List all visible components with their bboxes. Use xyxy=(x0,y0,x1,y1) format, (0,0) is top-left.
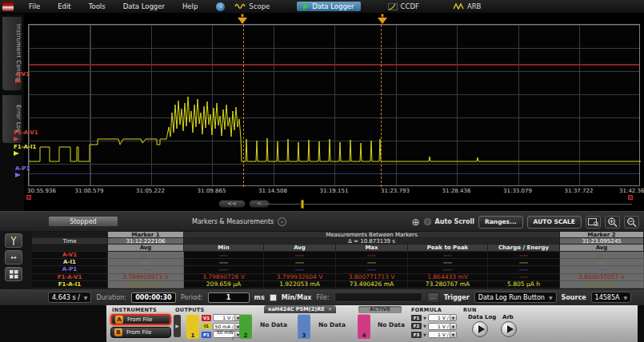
marker1-handle[interactable] xyxy=(238,14,247,24)
measure-arrows-button[interactable]: ↔ xyxy=(5,250,22,264)
tab-scope[interactable]: Scope xyxy=(228,2,276,11)
menu-data-logger[interactable]: Data Logger xyxy=(116,2,172,10)
channel-3-no-data: No Data xyxy=(318,321,346,328)
data-log-run-button[interactable] xyxy=(472,321,488,337)
v1-scale-dropdown[interactable]: 1 V /▼ xyxy=(213,314,242,321)
minmax-checkbox[interactable] xyxy=(270,294,277,301)
trace-label-a-p1[interactable]: A-P1 xyxy=(15,166,30,177)
f1-scale-value: 1 V / xyxy=(429,315,450,320)
data-file-tab[interactable]: eaH424C PSM(2)RE × xyxy=(264,305,336,313)
timebase-dropdown[interactable]: 4.643 s /▼ xyxy=(48,292,91,303)
row-label: A-I1 xyxy=(32,259,108,266)
cell-ptp: ---- xyxy=(408,252,488,259)
x-tick: 31:33.079 xyxy=(503,188,532,194)
instrument-b-button[interactable]: B From File xyxy=(110,327,171,338)
instrument-a-icon: A xyxy=(115,316,123,324)
duration-field[interactable]: 000:00:30 xyxy=(131,292,176,303)
f3-scale-dropdown[interactable]: 1 V /▼ xyxy=(428,331,457,338)
channel-1-voltage-row: V1 1 V /▼ xyxy=(202,314,242,321)
menu-help[interactable]: Help xyxy=(175,2,205,10)
tab-ccdf-label: CCDF xyxy=(401,2,419,10)
cell-charge: ---- xyxy=(488,259,560,266)
file-field[interactable] xyxy=(334,292,422,302)
tab-data-logger-label: Data Logger xyxy=(312,2,354,10)
tab-ccdf[interactable]: CCDF xyxy=(382,2,426,11)
x-axis: 30:55.936 31:00.579 31:05.222 31:09.865 … xyxy=(24,186,644,197)
x-tick: 31:37.722 xyxy=(565,188,594,194)
menu-edit[interactable]: Edit xyxy=(50,2,78,10)
tab-data-logger[interactable]: Data Logger xyxy=(297,2,360,11)
channel-1-bar[interactable]: 1 xyxy=(186,314,199,339)
chevron-down-icon[interactable]: ▼ xyxy=(423,316,426,320)
marker1-header[interactable]: Marker 1 xyxy=(108,232,184,238)
f2-scale-dropdown[interactable]: 1 V /▼ xyxy=(428,323,457,330)
chevron-down-icon[interactable]: ▼ xyxy=(423,332,426,337)
zoom-window-button[interactable] xyxy=(586,216,601,229)
waveform-plot[interactable] xyxy=(28,24,640,186)
instrument-a-button[interactable]: A From File xyxy=(110,314,171,325)
auto-scroll-toggle[interactable] xyxy=(424,218,431,225)
marker2-header[interactable]: Marker 2 xyxy=(560,232,644,238)
auto-scale-button[interactable]: AUTO SCALE xyxy=(527,216,582,229)
browse-button[interactable]: ... xyxy=(427,292,439,303)
marker1-line[interactable] xyxy=(243,25,244,187)
trace-label-f1-a-i1[interactable]: F1-A-I1 xyxy=(14,145,36,156)
channel-2-no-data: No Data xyxy=(260,321,287,328)
col-header-min: Min xyxy=(184,245,264,252)
chevron-down-icon[interactable]: ⌄ xyxy=(278,217,286,226)
zoom-in-button[interactable] xyxy=(605,216,620,229)
menu-tools[interactable]: Tools xyxy=(82,2,113,10)
formula-f1-row: F1▼ 1 V /▼ xyxy=(411,314,457,321)
menu-file[interactable]: File xyxy=(22,2,47,10)
trigger-value: Data Log Run Button xyxy=(478,294,545,301)
trace-label-f1-a-v1[interactable]: F1-A-V1 xyxy=(14,130,38,141)
channel-3-bar[interactable]: 3 xyxy=(298,314,310,339)
ranges-button[interactable]: Ranges... xyxy=(478,216,523,229)
file-label: File: xyxy=(317,294,330,301)
chevron-down-icon[interactable]: ▼ xyxy=(423,324,426,328)
period-unit: ms xyxy=(254,294,265,301)
zoom-out-button[interactable] xyxy=(624,216,639,229)
tab-arb-label: ARB xyxy=(467,2,482,10)
timebase-value: 4.643 s / xyxy=(52,294,80,301)
scroll-thumb[interactable] xyxy=(301,200,304,209)
instruments-expander[interactable]: ▶ xyxy=(174,315,181,337)
row-label: F1-A-V1 xyxy=(32,274,108,281)
x-tick: 31:09.865 xyxy=(198,188,226,194)
marker-tool-button[interactable] xyxy=(5,233,22,248)
arrows-icon: ↔ xyxy=(10,253,17,261)
col-header-peak-to-peak: Peak to Peak xyxy=(408,245,488,252)
minmax-label: Min/Max xyxy=(282,294,312,301)
close-icon[interactable]: × xyxy=(328,306,332,312)
scroll-track[interactable] xyxy=(258,204,632,205)
f1-chip: F1 xyxy=(411,315,422,321)
cell-max: 3.800771713 V xyxy=(336,274,408,281)
arb-run-button[interactable] xyxy=(501,321,517,337)
tab-arb[interactable]: ARB xyxy=(446,2,488,11)
trace-label-a-v1[interactable]: A-V1 xyxy=(15,72,30,83)
trigger-dropdown[interactable]: Data Log Run Button▼ xyxy=(474,292,557,303)
stopped-button[interactable]: Stopped xyxy=(48,216,118,227)
benchvue-data-logger-app: File Edit Tools Data Logger Help i Scope… xyxy=(0,0,644,342)
row-label: F1-A-I1 xyxy=(32,281,108,288)
marker2-line[interactable] xyxy=(381,25,382,187)
pan-icon[interactable]: ⊕ xyxy=(411,217,419,227)
trace-label-text: A-V1 xyxy=(15,71,30,78)
period-field[interactable]: 1 xyxy=(208,292,250,303)
cell-charge: ---- xyxy=(488,274,560,281)
cell-m2: ---- xyxy=(560,259,644,266)
scroll-page-left-button[interactable]: << xyxy=(218,200,246,208)
channel-2-bar[interactable]: 2 xyxy=(239,314,252,339)
info-icon[interactable]: i xyxy=(216,2,225,11)
grid-view-button[interactable] xyxy=(5,267,22,281)
f2-scale-value: 1 V / xyxy=(429,324,450,329)
f1-scale-dropdown[interactable]: 1 V /▼ xyxy=(428,314,457,321)
cell-charge: ---- xyxy=(488,252,560,259)
p1-scale-dropdown[interactable]: 50 mW /▼ xyxy=(213,331,242,338)
source-dropdown[interactable]: 14585A▼ xyxy=(591,292,632,303)
marker2-handle[interactable] xyxy=(378,14,387,24)
cell-min: ---- xyxy=(184,252,264,259)
active-tab[interactable]: ACTIVE xyxy=(358,306,402,313)
cell-avg: 3.799932604 V xyxy=(264,274,336,281)
channel-4-bar[interactable]: 4 xyxy=(358,314,370,339)
